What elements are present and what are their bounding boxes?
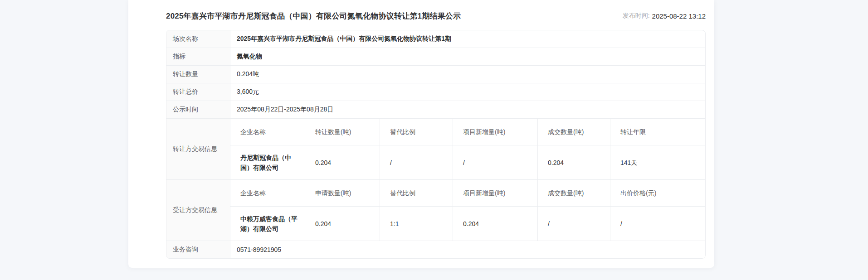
page-title: 2025年嘉兴市平湖市丹尼斯冠食品（中国）有限公司氮氧化物协议转让第1期结果公示	[166, 11, 461, 21]
announcement-card: 2025年嘉兴市平湖市丹尼斯冠食品（中国）有限公司氮氧化物协议转让第1期结果公示…	[128, 0, 714, 268]
table-row-consultation: 业务咨询 0571-89921905	[166, 241, 705, 258]
transferor-ratio: /	[380, 145, 453, 179]
transferee-table: 企业名称 申请数量(吨) 替代比例 项目新增量(吨) 成交数量(吨) 出价价格(…	[230, 180, 705, 241]
row-value-publicity-period: 2025年08月22日-2025年08月28日	[230, 101, 705, 118]
transferor-project-increment: /	[453, 145, 538, 179]
section-label-transferee: 受让方交易信息	[166, 180, 230, 241]
row-value-indicator: 氮氧化物	[230, 48, 705, 65]
transferee-header-apply-quantity: 申请数量(吨)	[305, 180, 380, 206]
row-label-transfer-quantity: 转让数量	[166, 66, 230, 83]
row-label-indicator: 指标	[166, 48, 230, 65]
transferor-header-deal-quantity: 成交数量(吨)	[538, 119, 610, 145]
transferor-header-quantity: 转让数量(吨)	[305, 119, 380, 145]
transferee-project-increment: 0.204	[453, 207, 538, 241]
transferee-header-row: 企业名称 申请数量(吨) 替代比例 项目新增量(吨) 成交数量(吨) 出价价格(…	[230, 180, 705, 207]
transferor-company: 丹尼斯冠食品（中国）有限公司	[230, 145, 305, 179]
transferor-term: 141天	[610, 145, 705, 179]
transferor-header-term: 转让年限	[610, 119, 705, 145]
table-row-session: 场次名称 2025年嘉兴市平湖市丹尼斯冠食品（中国）有限公司氮氧化物协议转让第1…	[166, 30, 705, 48]
card-header: 2025年嘉兴市平湖市丹尼斯冠食品（中国）有限公司氮氧化物协议转让第1期结果公示…	[166, 10, 706, 22]
row-label-session: 场次名称	[166, 30, 230, 48]
row-label-consultation: 业务咨询	[166, 241, 230, 258]
table-row-indicator: 指标 氮氧化物	[166, 48, 705, 66]
table-row-publicity-period: 公示时间 2025年08月22日-2025年08月28日	[166, 101, 705, 119]
row-value-total-price: 3,600元	[230, 83, 705, 101]
publish-time-value: 2025-08-22 13:12	[652, 12, 706, 20]
publish-time: 发布时间: 2025-08-22 13:12	[623, 12, 706, 20]
row-label-publicity-period: 公示时间	[166, 101, 230, 118]
transferor-header-row: 企业名称 转让数量(吨) 替代比例 项目新增量(吨) 成交数量(吨) 转让年限	[230, 119, 705, 145]
row-value-consultation-phone: 0571-89921905	[230, 241, 705, 258]
transferor-deal-quantity: 0.204	[538, 145, 610, 179]
transferor-header-company: 企业名称	[230, 119, 305, 145]
transferor-data-row: 丹尼斯冠食品（中国）有限公司 0.204 / / 0.204 141天	[230, 145, 705, 179]
table-row-total-price: 转让总价 3,600元	[166, 83, 705, 101]
transferee-deal-quantity: /	[538, 207, 610, 241]
transferee-header-ratio: 替代比例	[380, 180, 453, 206]
table-row-transfer-quantity: 转让数量 0.204吨	[166, 66, 705, 83]
transferor-header-ratio: 替代比例	[380, 119, 453, 145]
section-transferee: 受让方交易信息 企业名称 申请数量(吨) 替代比例 项目新增量(吨) 成交数量(…	[166, 180, 705, 241]
announcement-table: 场次名称 2025年嘉兴市平湖市丹尼斯冠食品（中国）有限公司氮氧化物协议转让第1…	[166, 30, 706, 259]
row-value-session: 2025年嘉兴市平湖市丹尼斯冠食品（中国）有限公司氮氧化物协议转让第1期	[230, 30, 705, 48]
row-label-total-price: 转让总价	[166, 83, 230, 101]
transferee-apply-quantity: 0.204	[305, 207, 380, 241]
transferee-ratio: 1:1	[380, 207, 453, 241]
transferee-data-row: 中粮万威客食品（平湖）有限公司 0.204 1:1 0.204 / /	[230, 207, 705, 241]
transferor-table: 企业名称 转让数量(吨) 替代比例 项目新增量(吨) 成交数量(吨) 转让年限 …	[230, 119, 705, 179]
transferor-header-project-increment: 项目新增量(吨)	[453, 119, 538, 145]
transferee-header-deal-quantity: 成交数量(吨)	[538, 180, 610, 206]
transferee-header-bid-price: 出价价格(元)	[610, 180, 705, 206]
row-value-transfer-quantity: 0.204吨	[230, 66, 705, 83]
section-label-transferor: 转让方交易信息	[166, 119, 230, 179]
section-transferor: 转让方交易信息 企业名称 转让数量(吨) 替代比例 项目新增量(吨) 成交数量(…	[166, 119, 705, 180]
page: { "header": { "title": "2025年嘉兴市平湖市丹尼斯冠食…	[0, 0, 868, 280]
transferee-header-project-increment: 项目新增量(吨)	[453, 180, 538, 206]
publish-time-label: 发布时间:	[623, 12, 650, 20]
transferee-header-company: 企业名称	[230, 180, 305, 206]
transferee-bid-price: /	[610, 207, 705, 241]
transferor-quantity: 0.204	[305, 145, 380, 179]
transferee-company: 中粮万威客食品（平湖）有限公司	[230, 207, 305, 241]
